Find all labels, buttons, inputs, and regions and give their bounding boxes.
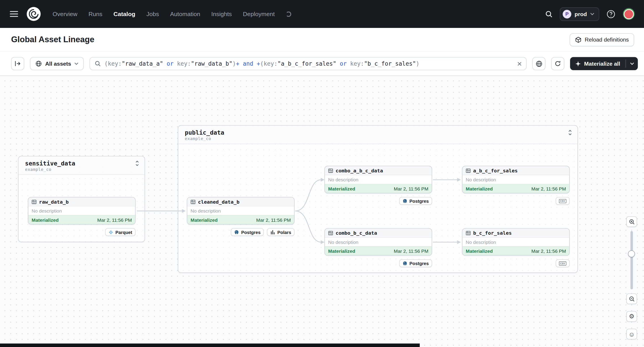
parquet-icon (108, 230, 113, 235)
materialized-timestamp: Mar 2, 11:56 PM (97, 217, 132, 222)
tag-label: Postgres (241, 230, 260, 235)
nav-item-jobs[interactable]: Jobs (146, 11, 159, 17)
csv-icon: CSV (559, 261, 566, 265)
nav-item-deployment[interactable]: Deployment (243, 11, 275, 17)
refresh-button[interactable] (551, 57, 564, 70)
graph-view-options-button[interactable] (532, 57, 546, 70)
tag-parquet[interactable]: Parquet (105, 228, 136, 236)
asset-name: combo_a_b_c_data (336, 168, 383, 173)
bottom-bar (0, 344, 420, 347)
csv-icon: CSV (559, 199, 566, 203)
tag-postgres[interactable]: Postgres (399, 197, 432, 205)
materialized-status: Materialized (466, 249, 493, 253)
materialized-timestamp: Mar 2, 11:56 PM (394, 186, 428, 191)
asset-tags-combo_b_c_data: Postgres (324, 260, 432, 267)
deployment-switcher[interactable]: P prod (560, 7, 599, 21)
feedback-button[interactable]: ☺ (626, 329, 637, 340)
tag-label: Polars (277, 230, 291, 235)
sparkle-icon (576, 61, 581, 66)
materialized-status: Materialized (32, 217, 59, 222)
top-nav: Overview Runs Catalog Jobs Automation In… (0, 0, 644, 28)
asset-status-row: Materialized Mar 2, 11:56 PM (325, 246, 432, 255)
asset-node-a_b_c_for_sales[interactable]: a_b_c_for_sales No description Materiali… (462, 166, 570, 193)
chevron-down-icon (74, 62, 78, 65)
nav-item-automation[interactable]: Automation (170, 11, 200, 17)
asset-status-row: Materialized Mar 2, 11:56 PM (325, 184, 432, 193)
viewport: Overview Runs Catalog Jobs Automation In… (0, 0, 644, 347)
group-name: sensitive_data (25, 160, 138, 167)
nav-item-runs[interactable]: Runs (88, 11, 102, 17)
materialize-options-caret[interactable] (626, 57, 638, 70)
table-icon (190, 199, 196, 204)
page-header: Global Asset Lineage Reload definitions (0, 28, 644, 52)
user-avatar[interactable] (622, 8, 635, 20)
nav-item-overview[interactable]: Overview (52, 11, 77, 17)
group-repo: example_co (185, 136, 571, 141)
asset-node-combo_b_c_data[interactable]: combo_b_c_data No description Materializ… (324, 228, 432, 256)
search-icon[interactable] (545, 10, 553, 18)
deployment-name: prod (574, 11, 587, 17)
asset-description: No description (462, 238, 569, 246)
reload-definitions-button[interactable]: Reload definitions (570, 33, 634, 46)
asset-selection-input[interactable]: (key:"raw_data_a" or key:"raw_data_b")+ … (90, 57, 527, 70)
materialized-timestamp: Mar 2, 11:56 PM (532, 249, 566, 253)
dagster-logo[interactable] (26, 6, 41, 21)
asset-node-b_c_for_sales[interactable]: b_c_for_sales No description Materialize… (462, 228, 570, 256)
menu-icon[interactable] (10, 11, 18, 17)
zoom-slider-track[interactable] (630, 231, 633, 289)
materialized-status: Materialized (328, 186, 355, 191)
panel-expand-icon (14, 60, 21, 67)
tag-csv[interactable]: CSV (556, 260, 570, 267)
deployment-initial-badge: P (563, 9, 572, 18)
nav-item-catalog[interactable]: Catalog (114, 11, 136, 17)
nav-links: Overview Runs Catalog Jobs Automation In… (52, 11, 291, 17)
globe-icon (536, 60, 542, 67)
tag-csv[interactable]: CSV (556, 197, 570, 205)
nav-item-insights[interactable]: Insights (212, 11, 232, 17)
asset-selection-query: (key:"raw_data_a" or key:"raw_data_b")+ … (104, 60, 514, 67)
tag-postgres[interactable]: Postgres (399, 260, 432, 267)
asset-name: combo_b_c_data (336, 230, 377, 236)
help-icon[interactable] (606, 9, 616, 18)
asset-node-header: combo_a_b_c_data (325, 166, 432, 175)
asset-name: cleaned_data_b (198, 199, 240, 205)
zoom-in-button[interactable] (626, 216, 637, 227)
chevron-down-icon (630, 62, 634, 65)
table-icon (32, 199, 37, 204)
collapse-group-icon[interactable] (568, 130, 572, 136)
zoom-slider-handle[interactable] (628, 250, 635, 257)
graph-settings-button[interactable]: ⚙ (626, 311, 637, 322)
asset-scope-dropdown[interactable]: All assets (30, 57, 84, 70)
clear-selection-icon[interactable]: ✕ (517, 60, 522, 67)
materialize-all-button[interactable]: Materialize all (570, 57, 638, 70)
asset-node-header: a_b_c_for_sales (462, 166, 569, 175)
tag-postgres[interactable]: Postgres (231, 228, 264, 236)
zoom-out-button[interactable] (626, 293, 637, 304)
zoom-in-icon (628, 219, 635, 225)
toggle-sidebar-button[interactable] (11, 57, 24, 70)
lineage-canvas[interactable]: sensitive_data example_co public_data ex… (0, 76, 644, 347)
materialized-timestamp: Mar 2, 11:56 PM (532, 186, 566, 191)
zoom-out-icon (628, 296, 635, 302)
postgres-icon (402, 199, 407, 203)
asset-tags-cleaned_data_b: Postgres Polars (187, 228, 294, 236)
asset-status-row: Materialized Mar 2, 11:56 PM (462, 184, 569, 193)
materialize-all-label: Materialize all (584, 60, 620, 67)
collapse-group-icon[interactable] (135, 161, 140, 166)
group-name: public_data (185, 129, 571, 136)
asset-tags-b_c_for_sales: CSV (462, 260, 570, 267)
polars-icon (270, 230, 275, 235)
tag-label: Postgres (409, 261, 429, 266)
asset-node-raw_data_b[interactable]: raw_data_b No description Materialized M… (28, 197, 136, 224)
tag-polars[interactable]: Polars (267, 228, 294, 236)
page-title: Global Asset Lineage (11, 35, 94, 44)
asset-node-combo_a_b_c_data[interactable]: combo_a_b_c_data No description Material… (324, 166, 432, 193)
asset-status-row: Materialized Mar 2, 11:56 PM (187, 215, 294, 224)
tag-label: Postgres (409, 199, 429, 203)
table-icon (328, 168, 333, 173)
asset-node-cleaned_data_b[interactable]: cleaned_data_b No description Materializ… (187, 197, 294, 224)
code-location-icon (575, 36, 582, 43)
asset-description: No description (28, 207, 135, 215)
gear-icon: ⚙ (629, 313, 634, 320)
postgres-icon (234, 230, 239, 235)
